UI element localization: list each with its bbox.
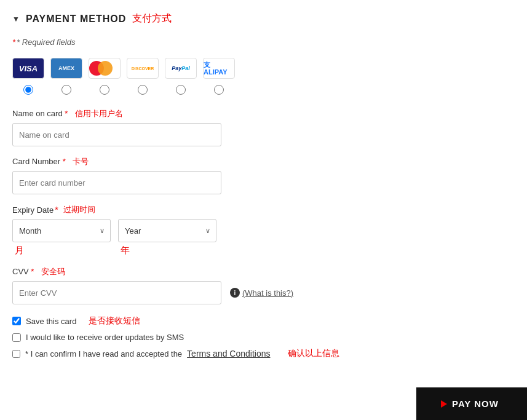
radio-mc-input[interactable] [100,85,109,95]
payment-icons-row: VISA AMEX DISCOVER PayPal 支 ALIPAY [12,58,515,79]
radio-mastercard[interactable] [89,85,121,95]
visa-icon: VISA [12,58,44,79]
payment-section-header: ▼ PAYMENT METHOD 支付方式 [12,12,515,25]
cvv-label-cn: 安全码 [41,267,65,276]
radio-alipay-input[interactable] [214,85,224,95]
sms-updates-group: I would like to receive order updates by… [12,333,515,342]
expiry-date-label-cn: 过期时间 [63,204,95,215]
name-on-card-label: Name on card * 信用卡用户名 [12,108,515,119]
radio-paypal-input[interactable] [176,85,186,95]
terms-link[interactable]: Terms and Conditions [187,349,270,359]
cvv-group: CVV * 安全码 i (What is this?) [12,266,515,304]
cvv-help-link[interactable]: (What is this?) [242,288,293,298]
radio-discover-input[interactable] [138,85,148,95]
month-select-wrapper: Month 010203 040506 070809 101112 ∨ [12,219,111,242]
year-select[interactable]: Year 202420252026 2027202820292030 [118,219,216,242]
radio-visa[interactable] [12,85,44,95]
terms-prefix: * I can confirm I have read and accepted… [25,349,182,359]
save-card-checkbox[interactable] [12,317,21,325]
cvv-help: i (What is this?) [230,288,293,298]
pay-now-button[interactable]: PAY NOW [416,387,527,420]
pay-arrow-icon [441,400,447,408]
name-on-card-group: Name on card * 信用卡用户名 [12,108,515,146]
chevron-icon: ▼ [12,15,20,23]
section-title: ▼ PAYMENT METHOD 支付方式 [12,12,172,25]
payment-method-radio-group [12,85,515,95]
paypal-icon: PayPal [165,58,197,79]
expiry-date-label: Expiry Date [12,205,53,215]
radio-alipay[interactable] [203,85,235,95]
expiry-selects-row: Month 010203 040506 070809 101112 ∨ Year… [12,219,515,242]
terms-checkbox[interactable] [12,350,20,358]
expiry-label-row: Expiry Date * 过期时间 [12,204,515,215]
card-number-label-cn: 卡号 [73,157,89,166]
alipay-icon: 支 ALIPAY [203,58,235,79]
radio-amex[interactable] [50,85,82,95]
year-cn-label: 年 [118,245,216,256]
name-on-card-input[interactable] [12,123,221,146]
radio-discover[interactable] [127,85,159,95]
cvv-required-star: * [31,267,34,276]
card-number-label: Card Number * 卡号 [12,156,515,167]
save-card-cn: 是否接收短信 [89,315,140,327]
info-icon: i [230,288,240,298]
save-card-label: Save this card [26,317,76,326]
card-required-star: * [63,157,66,166]
cvv-input-row: i (What is this?) [12,281,515,304]
name-required-star: * [65,109,68,118]
radio-amex-input[interactable] [61,85,71,95]
required-star: * [12,38,15,47]
radio-visa-input[interactable] [23,85,33,95]
month-select[interactable]: Month 010203 040506 070809 101112 [12,219,111,242]
cvv-label: CVV * 安全码 [12,266,515,277]
expiry-date-group: Expiry Date * 过期时间 Month 010203 040506 0… [12,204,515,256]
amex-icon: AMEX [50,58,82,79]
year-select-wrapper: Year 202420252026 2027202820292030 ∨ [118,219,216,242]
payment-title-en: PAYMENT METHOD [26,14,126,25]
bottom-bar: PAY NOW [0,387,527,420]
payment-title-cn: 支付方式 [132,12,172,25]
expiry-cn-labels: 月 年 [12,245,515,256]
card-number-input[interactable] [12,171,221,194]
discover-icon: DISCOVER [127,58,159,79]
month-cn-label: 月 [12,245,111,256]
mastercard-icon [89,58,121,79]
pay-now-label: PAY NOW [452,398,499,409]
sms-checkbox[interactable] [12,333,21,342]
save-card-group: Save this card 是否接收短信 [12,315,515,327]
card-number-group: Card Number * 卡号 [12,156,515,194]
expiry-required-star: * [55,205,58,215]
sms-label: I would like to receive order updates by… [26,333,184,342]
radio-paypal[interactable] [165,85,197,95]
terms-row: * I can confirm I have read and accepted… [12,348,515,359]
required-note: ** Required fields [12,38,515,47]
terms-cn: 确认以上信息 [288,348,339,359]
name-on-card-label-cn: 信用卡用户名 [75,109,123,118]
cvv-input[interactable] [12,281,221,304]
